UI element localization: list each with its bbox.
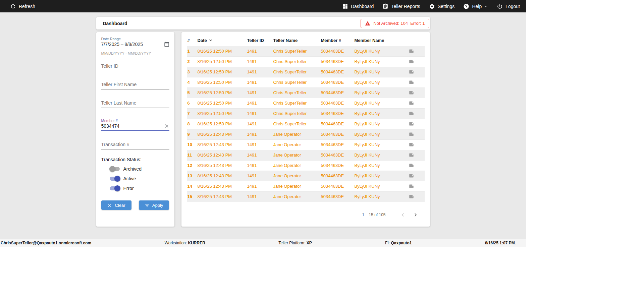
cell-date: 8/16/25 12:43 PM xyxy=(197,160,247,171)
apply-button[interactable]: Apply xyxy=(139,200,169,210)
note-icon[interactable] xyxy=(409,80,414,85)
nav-help[interactable]: Help xyxy=(463,3,488,9)
note-icon[interactable] xyxy=(409,194,414,199)
top-nav-bar: Refresh Dashboard Teller Reports Setting… xyxy=(0,0,526,12)
note-icon[interactable] xyxy=(409,142,414,147)
cell-row-number: 15 xyxy=(187,191,197,202)
cell-teller-name: Jane Operator xyxy=(273,160,320,171)
table-row[interactable]: 1 8/16/25 12:50 PM 1491 Chris SuperTelle… xyxy=(187,46,425,56)
table-row[interactable]: 10 8/16/25 12:43 PM 1491 Jane Operator 5… xyxy=(187,139,425,150)
previous-page-button[interactable] xyxy=(398,210,407,219)
nav-dashboard[interactable]: Dashboard xyxy=(342,3,374,9)
table-row[interactable]: 3 8/16/25 12:50 PM 1491 Chris SuperTelle… xyxy=(187,67,425,77)
status-toggle-row[interactable]: Archived xyxy=(109,166,169,172)
table-row[interactable]: 9 8/16/25 12:43 PM 1491 Jane Operator 50… xyxy=(187,129,425,139)
table-row[interactable]: 11 8/16/25 12:43 PM 1491 Jane Operator 5… xyxy=(187,150,425,160)
col-header-member-num[interactable]: Member # xyxy=(320,35,354,46)
col-header-teller-name[interactable]: Teller Name xyxy=(273,35,320,46)
cell-member-name: ByLyJI KUNy xyxy=(354,129,408,139)
note-icon[interactable] xyxy=(409,132,414,137)
teller-first-name-input[interactable] xyxy=(101,82,169,87)
note-icon[interactable] xyxy=(409,121,414,126)
nav-logout[interactable]: Logout xyxy=(497,3,520,9)
calendar-icon[interactable] xyxy=(164,42,169,47)
clear-button[interactable]: Clear xyxy=(101,200,131,210)
table-row[interactable]: 14 8/16/25 12:43 PM 1491 Jane Operator 5… xyxy=(187,181,425,191)
table-row[interactable]: 12 8/16/25 12:43 PM 1491 Jane Operator 5… xyxy=(187,160,425,171)
cell-date: 8/16/25 12:50 PM xyxy=(197,67,247,77)
page-header: Dashboard Not Archived: 104 Error: 1 xyxy=(96,17,430,29)
col-header-member-name[interactable]: Member Name xyxy=(354,35,408,46)
col-header-teller-id[interactable]: Teller ID xyxy=(247,35,273,46)
toggle-thumb xyxy=(114,176,120,182)
date-range-input[interactable] xyxy=(101,42,164,47)
cell-member-name: ByLyJI KUNy xyxy=(354,98,408,108)
teller-last-name-input[interactable] xyxy=(101,100,169,106)
top-nav-items: Dashboard Teller Reports Settings Help L… xyxy=(342,3,520,9)
table-row[interactable]: 8 8/16/25 12:50 PM 1491 Chris SuperTelle… xyxy=(187,119,425,129)
teller-first-name-field xyxy=(101,82,169,89)
cell-member-num: 5034463DE xyxy=(320,98,354,108)
toggle-switch[interactable] xyxy=(109,166,120,172)
table-row[interactable]: 13 8/16/25 12:43 PM 1491 Jane Operator 5… xyxy=(187,171,425,181)
note-icon[interactable] xyxy=(409,173,414,178)
page-range-label: 1 – 15 of 105 xyxy=(362,213,385,217)
note-icon[interactable] xyxy=(409,184,414,189)
cell-teller-name: Chris SuperTeller xyxy=(273,119,320,129)
note-icon[interactable] xyxy=(409,163,414,168)
note-icon[interactable] xyxy=(409,49,414,54)
transaction-number-input[interactable] xyxy=(101,142,169,147)
member-number-label: Member # xyxy=(101,119,169,123)
status-toggle-row[interactable]: Active xyxy=(109,176,169,182)
table-row[interactable]: 4 8/16/25 12:50 PM 1491 Chris SuperTelle… xyxy=(187,77,425,87)
nav-settings[interactable]: Settings xyxy=(429,3,455,9)
col-header-date-label: Date xyxy=(198,38,207,43)
status-toggle-row[interactable]: Error xyxy=(109,185,169,191)
note-icon[interactable] xyxy=(409,90,414,95)
cell-member-num: 5034463DE xyxy=(320,191,354,202)
note-icon[interactable] xyxy=(409,111,414,116)
note-icon[interactable] xyxy=(409,59,414,64)
chevron-left-icon xyxy=(399,212,406,218)
cell-member-name: ByLyJI KUNy xyxy=(354,181,408,191)
col-header-num[interactable]: # xyxy=(187,35,197,46)
cell-teller-id: 1491 xyxy=(247,108,273,119)
nav-teller-reports[interactable]: Teller Reports xyxy=(382,3,420,9)
alert-text: Not Archived: 104 Error: 1 xyxy=(373,21,425,26)
apply-button-label: Apply xyxy=(152,203,163,208)
table-row[interactable]: 15 8/16/25 12:43 PM 1491 Jane Operator 5… xyxy=(187,191,425,202)
member-number-input[interactable] xyxy=(101,123,164,129)
cell-date: 8/16/25 12:50 PM xyxy=(197,119,247,129)
clear-member-icon[interactable] xyxy=(164,123,169,129)
sort-desc-icon xyxy=(208,38,213,43)
table-row[interactable]: 7 8/16/25 12:50 PM 1491 Chris SuperTelle… xyxy=(187,108,425,119)
toggle-switch[interactable] xyxy=(109,185,120,191)
table-header-row: # Date Teller ID Teller Name Member # xyxy=(187,35,425,46)
transactions-table: # Date Teller ID Teller Name Member # xyxy=(187,35,425,202)
table-row[interactable]: 6 8/16/25 12:50 PM 1491 Chris SuperTelle… xyxy=(187,98,425,108)
refresh-button[interactable]: Refresh xyxy=(10,3,35,9)
status-bar: ChrisSuperTeller@Qaxpauto1.onmicrosoft.c… xyxy=(0,239,526,247)
toggle-switch[interactable] xyxy=(109,176,120,182)
cell-member-num: 5034463DE xyxy=(320,181,354,191)
next-page-button[interactable] xyxy=(411,210,420,219)
table-row[interactable]: 5 8/16/25 12:50 PM 1491 Chris SuperTelle… xyxy=(187,87,425,98)
cell-date: 8/16/25 12:43 PM xyxy=(197,171,247,181)
cell-teller-name: Jane Operator xyxy=(273,181,320,191)
note-icon[interactable] xyxy=(409,153,414,158)
toggle-thumb xyxy=(114,185,120,191)
note-icon[interactable] xyxy=(409,101,414,106)
nav-teller-reports-label: Teller Reports xyxy=(391,4,420,9)
cell-teller-name: Jane Operator xyxy=(273,139,320,150)
cell-teller-id: 1491 xyxy=(247,77,273,87)
toggle-label: Archived xyxy=(123,166,142,172)
cell-teller-id: 1491 xyxy=(247,181,273,191)
teller-id-input[interactable] xyxy=(101,63,169,69)
teller-id-field xyxy=(101,63,169,71)
note-icon[interactable] xyxy=(409,69,414,74)
table-row[interactable]: 2 8/16/25 12:50 PM 1491 Chris SuperTelle… xyxy=(187,56,425,67)
col-header-date[interactable]: Date xyxy=(197,35,247,46)
cell-date: 8/16/25 12:43 PM xyxy=(197,139,247,150)
warning-icon xyxy=(365,21,370,26)
cell-teller-id: 1491 xyxy=(247,171,273,181)
